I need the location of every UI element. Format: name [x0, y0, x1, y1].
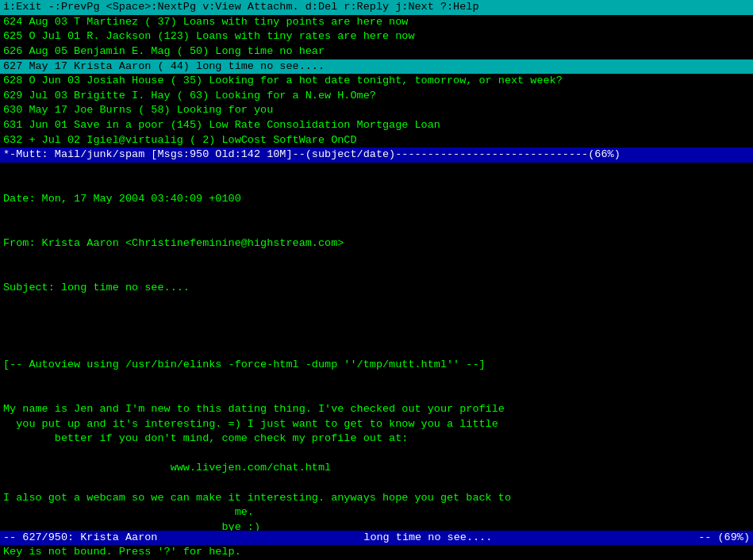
email-row[interactable]: 632 + Jul 02 Igiel@virtualig ( 2) LowCos…	[0, 133, 753, 148]
email-row[interactable]: 626 Aug 05 Benjamin E. Mag ( 50) Long ti…	[0, 44, 753, 59]
message-body: My name is Jen and I'm new to this datin…	[3, 402, 750, 531]
message-pane: Date: Mon, 17 May 2004 03:40:09 +0100 Fr…	[0, 163, 753, 531]
bottom-center: long time no see....	[363, 531, 492, 546]
email-row[interactable]: 629 Jul 03 Brigitte I. Hay ( 63) Looking…	[0, 89, 753, 104]
email-row[interactable]: 628 O Jun 03 Josiah House ( 35) Looking …	[0, 74, 753, 89]
email-list[interactable]: 624 Aug 03 T Martinez ( 37) Loans with t…	[0, 15, 753, 148]
bottom-status-bar: -- 627/950: Krista Aaron long time no se…	[0, 531, 753, 546]
help-line: Key is not bound. Press '?' for help.	[0, 545, 753, 560]
top-menu-label: i:Exit -:PrevPg <Space>:NextPg v:View At…	[3, 1, 479, 13]
message-subject: Subject: long time no see....	[3, 281, 750, 296]
autoview-line: [-- Autoview using /usr/bin/elinks -forc…	[3, 358, 750, 373]
email-row[interactable]: 627 May 17 Krista Aaron ( 44) long time …	[0, 59, 753, 75]
top-menu-bar: i:Exit -:PrevPg <Space>:NextPg v:View At…	[0, 0, 753, 15]
email-row[interactable]: 631 Jun 01 Save in a poor (145) Low Rate…	[0, 118, 753, 133]
bottom-left: -- 627/950: Krista Aaron	[3, 531, 157, 546]
message-from: From: Krista Aaron <Christinefeminine@hi…	[3, 236, 750, 251]
bottom-right: -- (69%)	[698, 531, 750, 546]
folder-status-bar: *-Mutt: Mail/junk/spam [Msgs:950 Old:142…	[0, 148, 753, 163]
email-row[interactable]: 625 O Jul 01 R. Jackson (123) Loans with…	[0, 29, 753, 44]
email-row[interactable]: 624 Aug 03 T Martinez ( 37) Loans with t…	[0, 15, 753, 30]
folder-status-text: *-Mutt: Mail/junk/spam [Msgs:950 Old:142…	[3, 148, 620, 160]
terminal-screen: i:Exit -:PrevPg <Space>:NextPg v:View At…	[0, 0, 753, 560]
email-row[interactable]: 630 May 17 Joe Burns ( 58) Looking for y…	[0, 103, 753, 118]
message-date: Date: Mon, 17 May 2004 03:40:09 +0100	[3, 192, 750, 207]
